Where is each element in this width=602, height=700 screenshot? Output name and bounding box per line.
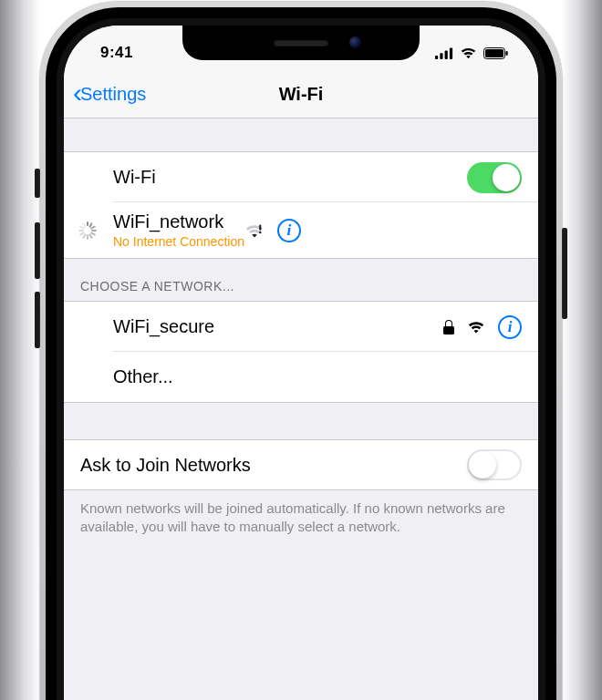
other-label: Other... bbox=[80, 366, 522, 387]
lock-icon bbox=[443, 320, 454, 335]
svg-rect-2 bbox=[445, 50, 448, 59]
info-button[interactable] bbox=[277, 219, 301, 242]
connected-network-status: No Internet Connection bbox=[113, 234, 244, 249]
svg-rect-5 bbox=[485, 49, 503, 57]
connected-network-row[interactable]: WiFi_network No Internet Connection bbox=[64, 202, 538, 259]
svg-rect-0 bbox=[435, 56, 438, 59]
svg-point-8 bbox=[259, 231, 262, 233]
back-label: Settings bbox=[80, 84, 146, 105]
ask-join-footer: Known networks will be joined automatica… bbox=[64, 490, 538, 546]
power-button[interactable] bbox=[562, 228, 567, 319]
ask-join-toggle[interactable] bbox=[467, 449, 522, 480]
info-button[interactable] bbox=[498, 315, 522, 339]
wifi-signal-weak-icon bbox=[244, 223, 265, 238]
wifi-icon bbox=[460, 46, 477, 59]
wifi-toggle[interactable] bbox=[467, 162, 522, 193]
status-time: 9:41 bbox=[100, 44, 133, 62]
front-camera bbox=[349, 36, 361, 48]
other-network-row[interactable]: Other... bbox=[64, 352, 538, 403]
choose-network-header: CHOOSE A NETWORK... bbox=[64, 259, 538, 301]
notch bbox=[182, 26, 420, 60]
back-button[interactable]: ‹ Settings bbox=[73, 71, 146, 118]
wifi-toggle-label: Wi-Fi bbox=[80, 167, 467, 188]
navigation-bar: ‹ Settings Wi-Fi bbox=[64, 71, 538, 118]
ask-join-label: Ask to Join Networks bbox=[80, 455, 467, 476]
spinner-icon bbox=[78, 221, 97, 240]
speaker-grille bbox=[274, 40, 328, 46]
page-title: Wi-Fi bbox=[279, 84, 324, 105]
wifi-signal-icon bbox=[467, 320, 485, 334]
battery-icon bbox=[483, 47, 509, 59]
svg-rect-7 bbox=[259, 224, 261, 230]
svg-rect-6 bbox=[506, 51, 508, 56]
wifi-toggle-row: Wi-Fi bbox=[64, 151, 538, 202]
connected-network-name: WiFi_network bbox=[113, 211, 244, 232]
svg-rect-3 bbox=[450, 47, 452, 59]
network-name: WiFi_secure bbox=[80, 316, 443, 337]
ask-join-row: Ask to Join Networks bbox=[64, 439, 538, 490]
cellular-icon bbox=[435, 47, 453, 59]
network-row[interactable]: WiFi_secure bbox=[64, 301, 538, 352]
svg-rect-1 bbox=[440, 53, 442, 59]
